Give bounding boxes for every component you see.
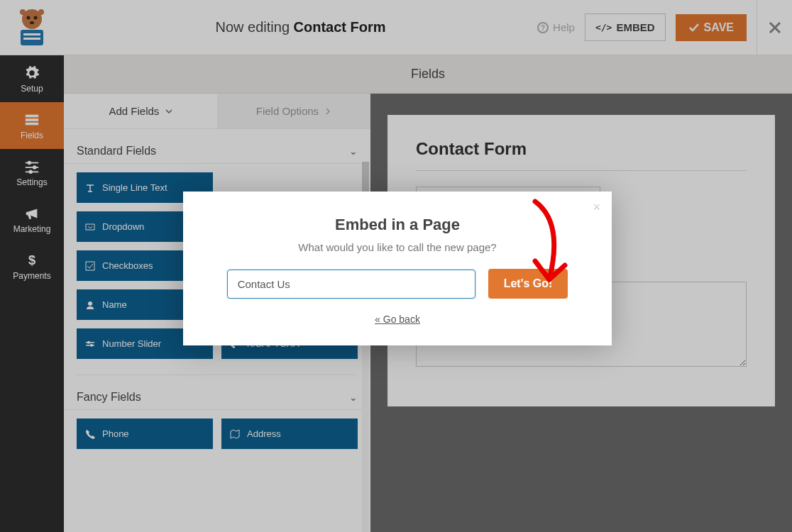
editing-prefix: Now editing [216, 19, 294, 35]
tab-add-fields[interactable]: Add Fields [64, 94, 217, 128]
sidebar-item-fields[interactable]: Fields [0, 102, 64, 149]
svg-rect-12 [26, 118, 38, 121]
svg-point-26 [87, 340, 90, 343]
list-icon [24, 112, 40, 128]
sidebar-item-marketing[interactable]: Marketing [0, 196, 64, 243]
tab-field-options[interactable]: Field Options [217, 94, 370, 128]
tab-label: Add Fields [109, 105, 159, 117]
code-icon: </> [595, 22, 612, 33]
field-label: Name [102, 299, 127, 310]
megaphone-icon [24, 206, 40, 221]
field-label: Phone [102, 428, 129, 439]
close-builder-button[interactable] [757, 0, 792, 55]
fancy-fields-grid: Phone Address [64, 416, 370, 449]
svg-text:$: $ [28, 253, 35, 267]
svg-rect-14 [26, 162, 38, 164]
sidebar-label: Fields [21, 131, 43, 140]
svg-rect-24 [86, 342, 94, 343]
preview-form-title: Contact Form [416, 139, 747, 171]
sidebar-item-setup[interactable]: Setup [0, 55, 64, 102]
chevron-down-icon: ⌄ [349, 392, 358, 403]
topbar: Now editing Contact Form ? Help </> EMBE… [0, 0, 792, 55]
sliders-icon [24, 159, 40, 174]
svg-rect-7 [23, 33, 40, 35]
sidebar-label: Setup [21, 84, 43, 94]
help-icon: ? [537, 22, 549, 33]
svg-text:?: ? [541, 24, 545, 32]
modal-close-button[interactable]: × [593, 200, 600, 215]
dollar-icon: $ [24, 253, 40, 268]
group-standard-fields[interactable]: Standard Fields ⌄ [64, 129, 370, 164]
field-address[interactable]: Address [221, 419, 358, 449]
tab-label: Field Options [256, 105, 319, 117]
svg-point-27 [90, 343, 93, 346]
check-icon [688, 22, 700, 33]
field-label: Checkboxes [102, 260, 153, 271]
svg-rect-13 [26, 123, 38, 126]
svg-point-4 [20, 9, 26, 15]
embed-button[interactable]: </> EMBED [585, 13, 666, 41]
svg-point-15 [28, 161, 32, 165]
group-fancy-fields[interactable]: Fancy Fields ⌄ [64, 375, 370, 410]
save-label: SAVE [704, 21, 734, 34]
svg-point-5 [38, 9, 44, 15]
svg-rect-8 [23, 38, 40, 40]
top-actions: ? Help </> EMBED SAVE [537, 13, 757, 41]
field-label: Single Line Text [102, 182, 167, 193]
caret-icon [85, 222, 95, 232]
logo [0, 0, 64, 55]
wpforms-logo-icon [11, 9, 53, 47]
modal-row: Let's Go! [204, 269, 590, 299]
phone-icon [85, 429, 95, 439]
map-icon [230, 429, 240, 439]
svg-point-23 [88, 301, 92, 306]
tabs: Add Fields Field Options [64, 94, 370, 129]
chevron-down-icon [165, 108, 172, 115]
sidebar-label: Payments [13, 271, 50, 281]
svg-rect-22 [86, 262, 94, 270]
sidebar-label: Settings [16, 177, 47, 187]
field-label: Address [247, 428, 281, 439]
modal-subtitle: What would you like to call the new page… [204, 241, 590, 253]
field-label: Dropdown [102, 221, 144, 232]
group-title: Standard Fields [77, 145, 156, 157]
help-link[interactable]: ? Help [537, 21, 575, 33]
sidebar-item-settings[interactable]: Settings [0, 149, 64, 196]
lets-go-button[interactable]: Let's Go! [488, 269, 568, 299]
field-label: Number Slider [102, 338, 161, 349]
chevron-down-icon: ⌄ [349, 145, 358, 157]
editing-label: Now editing Contact Form [64, 19, 537, 35]
svg-rect-25 [86, 345, 94, 346]
sidebar-label: Marketing [13, 224, 51, 234]
embed-label: EMBED [616, 21, 654, 33]
svg-rect-11 [26, 115, 38, 118]
svg-point-2 [34, 16, 38, 19]
sidebar: Setup Fields Settings Marketing $ Paymen… [0, 55, 64, 532]
user-icon [85, 300, 95, 310]
checkbox-icon [85, 261, 95, 271]
save-button[interactable]: SAVE [676, 14, 747, 41]
field-phone[interactable]: Phone [77, 419, 213, 449]
sidebar-item-payments[interactable]: $ Payments [0, 243, 64, 289]
section-title: Fields [64, 55, 792, 94]
svg-rect-21 [86, 224, 94, 230]
modal-title: Embed in a Page [204, 216, 590, 234]
chevron-right-icon [324, 108, 331, 115]
group-title: Fancy Fields [77, 391, 141, 404]
text-icon [85, 183, 95, 193]
slider-icon [85, 339, 95, 349]
svg-point-1 [27, 16, 31, 19]
help-label: Help [553, 21, 575, 33]
svg-point-17 [33, 165, 36, 170]
close-icon [768, 21, 782, 35]
svg-point-3 [30, 21, 34, 24]
page-name-input[interactable] [227, 270, 475, 299]
embed-modal: × Embed in a Page What would you like to… [183, 192, 612, 345]
gear-icon [24, 65, 40, 81]
form-name: Contact Form [294, 19, 386, 35]
svg-point-19 [28, 170, 33, 174]
go-back-link[interactable]: « Go back [375, 314, 420, 325]
